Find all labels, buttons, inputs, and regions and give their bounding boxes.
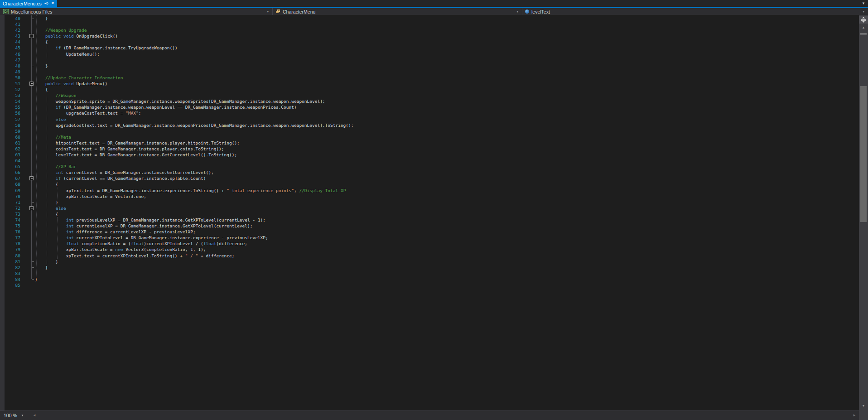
line-number: 56 bbox=[0, 110, 20, 116]
code-line[interactable]: 80 xpText.text = currentXPIntoLevel.ToSt… bbox=[0, 253, 859, 259]
code-line[interactable]: 77 int currentXPIntoLevel = DR_GameManag… bbox=[0, 235, 859, 241]
code-line[interactable]: 71 } bbox=[0, 199, 859, 205]
code-line[interactable]: 67 if (currentLevel == DR_GameManager.in… bbox=[0, 175, 859, 181]
code-line[interactable]: 58 upgradeCostText.text = DR_GameManager… bbox=[0, 122, 859, 128]
code-line[interactable]: 40 } bbox=[0, 15, 859, 21]
fold-toggle[interactable] bbox=[29, 176, 34, 180]
code-line[interactable]: 84} bbox=[0, 276, 859, 282]
code-line[interactable]: 79 xpBar.localScale = new Vector3(comple… bbox=[0, 246, 859, 252]
member-dropdown[interactable]: levelText ▾ bbox=[522, 8, 868, 15]
fold-toggle[interactable] bbox=[29, 34, 34, 38]
code-line[interactable]: 82 } bbox=[0, 265, 859, 270]
code-token bbox=[35, 235, 66, 240]
member-dropdown-label: levelText bbox=[531, 9, 550, 14]
code-line[interactable]: 57 else bbox=[0, 116, 859, 122]
code-line[interactable]: 83 bbox=[0, 270, 859, 276]
horizontal-scrollbar-bar[interactable]: 100 % ▾ ◄ ► bbox=[0, 410, 859, 420]
code-line[interactable]: 65 //XP Bar bbox=[0, 164, 859, 169]
code-token: } bbox=[35, 16, 48, 21]
code-line[interactable]: 48 } bbox=[0, 63, 859, 69]
minus-icon bbox=[31, 36, 33, 36]
code-line[interactable]: 68 { bbox=[0, 181, 859, 187]
vertical-scrollbar[interactable]: ▲ ▼ bbox=[859, 15, 868, 420]
code-line[interactable]: 54 weaponSprite.sprite = DR_GameManager.… bbox=[0, 98, 859, 104]
tab-charactermenu[interactable]: CharacterMenu.cs ✕ bbox=[0, 0, 57, 7]
code-line[interactable]: 45 if (DR_GameManager.instance.TryUpgrad… bbox=[0, 45, 859, 51]
line-number: 81 bbox=[0, 259, 20, 265]
code-text: int difference = currentLevelXP - previo… bbox=[35, 229, 196, 235]
code-line[interactable]: 74 int previousLevelXP = DR_GameManager.… bbox=[0, 217, 859, 223]
line-number: 62 bbox=[0, 146, 20, 152]
code-text: //Weapon Upgrade bbox=[35, 27, 87, 33]
code-line[interactable]: 60 //Meta bbox=[0, 134, 859, 140]
scroll-left-arrow-icon[interactable]: ◄ bbox=[33, 413, 36, 418]
code-token: int bbox=[66, 223, 74, 228]
line-number: 48 bbox=[0, 63, 20, 69]
code-line[interactable]: 69 xpText.text = DR_GameManager.instance… bbox=[0, 188, 859, 193]
code-line[interactable]: 51 public void UpdateMenu() bbox=[0, 81, 859, 87]
code-text: } bbox=[35, 259, 58, 265]
close-icon[interactable]: ✕ bbox=[51, 1, 55, 5]
code-line[interactable]: 43 public void OnUpgradeClick() bbox=[0, 33, 859, 39]
code-token: (DR_GameManager.instance.TryUpgradeWeapo… bbox=[61, 45, 177, 50]
scroll-up-arrow-icon[interactable]: ▲ bbox=[859, 25, 868, 30]
type-dropdown-label: CharacterMenu bbox=[283, 9, 315, 14]
code-token: new bbox=[115, 247, 123, 252]
code-line[interactable]: 85 bbox=[0, 282, 859, 288]
scroll-right-arrow-icon[interactable]: ► bbox=[853, 413, 856, 418]
code-token: OnUpgradeClick() bbox=[74, 34, 118, 39]
code-token bbox=[35, 170, 56, 175]
code-line[interactable]: 42 //Weapon Upgrade bbox=[0, 27, 859, 33]
code-line[interactable]: 52 { bbox=[0, 87, 859, 92]
code-line[interactable]: 62 coinsText.text = DR_GameManager.insta… bbox=[0, 146, 859, 152]
code-token: //Display Total XP bbox=[299, 188, 346, 193]
split-window-handle[interactable] bbox=[859, 16, 868, 24]
code-token bbox=[35, 176, 56, 181]
code-line[interactable]: 64 bbox=[0, 158, 859, 164]
code-text: xpText.text = currentXPIntoLevel.ToStrin… bbox=[35, 253, 234, 259]
code-line[interactable]: 78 float completionRatio = (float)curren… bbox=[0, 241, 859, 246]
code-line[interactable]: 66 int currentLevel = DR_GameManager.ins… bbox=[0, 169, 859, 175]
project-dropdown[interactable]: C# Miscellaneous Files ▾ bbox=[0, 8, 273, 15]
tab-title: CharacterMenu.cs bbox=[3, 1, 42, 6]
code-text: hitpointText.text = DR_GameManager.insta… bbox=[35, 140, 240, 146]
code-line[interactable]: 59 bbox=[0, 128, 859, 134]
line-number: 53 bbox=[0, 92, 20, 98]
code-token: (DR_GameManager.instance.weapon.weaponLe… bbox=[61, 105, 296, 110]
type-dropdown[interactable]: CharacterMenu ▾ bbox=[272, 8, 522, 15]
code-line[interactable]: 49 bbox=[0, 69, 859, 75]
code-line[interactable]: 56 upgradeCostText.text = "MAX"; bbox=[0, 110, 859, 116]
code-line[interactable]: 75 int currentLevelXP = DR_GameManager.i… bbox=[0, 223, 859, 229]
code-token: upgradeCostText.text = DR_GameManager.in… bbox=[35, 123, 354, 128]
line-number: 57 bbox=[0, 116, 20, 122]
code-token: { bbox=[35, 182, 58, 187]
zoom-control[interactable]: 100 % ▾ bbox=[0, 411, 30, 420]
code-line[interactable]: 76 int difference = currentLevelXP - pre… bbox=[0, 229, 859, 235]
code-line[interactable]: 63 levelText.text = DR_GameManager.insta… bbox=[0, 152, 859, 158]
code-line[interactable]: 81 } bbox=[0, 259, 859, 265]
pin-icon[interactable] bbox=[44, 1, 48, 5]
code-line[interactable]: 72 else bbox=[0, 205, 859, 211]
scroll-down-arrow-icon[interactable]: ▼ bbox=[859, 404, 868, 408]
code-line[interactable]: 47 bbox=[0, 57, 859, 63]
code-editor[interactable]: 40 }4142 //Weapon Upgrade43 public void … bbox=[0, 15, 859, 410]
code-line[interactable]: 46 UpdateMenu(); bbox=[0, 51, 859, 57]
document-list-dropdown-icon[interactable]: ▼ bbox=[862, 0, 865, 6]
code-line[interactable]: 70 xpBar.localScale = Vector3.one; bbox=[0, 193, 859, 199]
code-token: UpdateMenu() bbox=[74, 81, 107, 86]
code-line[interactable]: 55 if (DR_GameManager.instance.weapon.we… bbox=[0, 104, 859, 110]
vertical-scrollbar-thumb[interactable] bbox=[860, 86, 867, 222]
code-line[interactable]: 41 bbox=[0, 21, 859, 27]
code-line[interactable]: 61 hitpointText.text = DR_GameManager.in… bbox=[0, 140, 859, 146]
fold-toggle[interactable] bbox=[29, 206, 34, 210]
fold-toggle[interactable] bbox=[29, 82, 34, 86]
code-line[interactable]: 73 { bbox=[0, 211, 859, 217]
line-number: 52 bbox=[0, 87, 20, 92]
code-text: { bbox=[35, 87, 48, 92]
code-line[interactable]: 50 //Update Character Information bbox=[0, 75, 859, 81]
code-line[interactable]: 44 { bbox=[0, 39, 859, 45]
code-token: void bbox=[63, 81, 74, 86]
code-token: } bbox=[35, 259, 58, 264]
code-token: float bbox=[131, 241, 144, 246]
code-line[interactable]: 53 //Weapon bbox=[0, 92, 859, 98]
